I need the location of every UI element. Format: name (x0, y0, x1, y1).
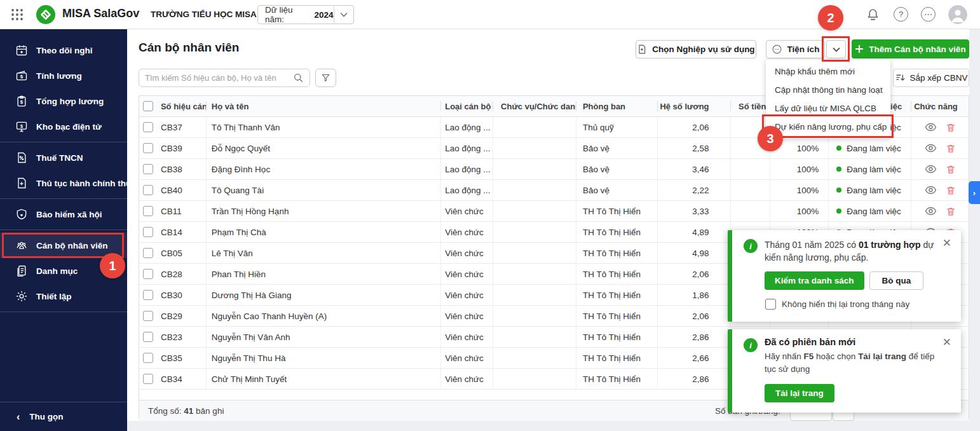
row-checkbox[interactable] (143, 206, 153, 216)
table-row[interactable]: CB38 Đặng Đình Học Lao động ... Bảo vệ 3… (139, 159, 969, 180)
sidebar-bottom: ‹ Thu gọn (0, 402, 127, 431)
more-options-icon[interactable]: ⋯ (921, 7, 936, 22)
table-row[interactable]: CB11 Trần Thị Hồng Hạnh Viên chức TH Tô … (139, 201, 969, 222)
add-employee-button[interactable]: Thêm Cán bộ nhân viên (852, 39, 969, 58)
row-checkbox[interactable] (143, 185, 153, 195)
svg-text:$: $ (20, 99, 24, 105)
cell-department: TH Tô Thị Hiển (576, 285, 658, 305)
sidebar-item-theo-doi-nghi[interactable]: Theo dõi nghỉ (0, 38, 127, 63)
utilities-button[interactable]: Tiện ích (766, 40, 825, 58)
delete-icon[interactable] (946, 164, 956, 175)
search-input[interactable] (145, 73, 293, 83)
view-icon[interactable] (925, 123, 937, 132)
row-checkbox[interactable] (143, 290, 153, 300)
select-all-checkbox[interactable] (143, 101, 153, 111)
sidebar-item-kho-bac-dien-tu[interactable]: $ Kho bạc điện tử (0, 114, 127, 139)
column-header-role[interactable]: Chức vụ/Chức danh (493, 101, 576, 111)
close-icon[interactable]: ✕ (943, 337, 951, 348)
cell-role (493, 243, 576, 263)
cell-salary-coefficient: 2,58 (658, 138, 731, 158)
filter-button[interactable] (315, 69, 336, 87)
cell-status: Đang làm việc (829, 159, 911, 179)
menu-item-lay-du-lieu-qlcb[interactable]: Lấy dữ liệu từ MISA QLCB (766, 99, 890, 118)
row-checkbox[interactable] (143, 269, 153, 279)
utilities-caret-button[interactable] (826, 40, 846, 58)
menu-item-cap-nhat-hang-loat[interactable]: Cập nhật thông tin hàng loạt (766, 81, 890, 99)
check-list-button[interactable]: Kiểm tra danh sách (765, 271, 864, 290)
sidebar: Theo dõi nghỉ $ Tính lương $ Tổng hợp lư… (0, 29, 127, 431)
row-checkbox[interactable] (143, 227, 153, 237)
delete-icon[interactable] (946, 143, 956, 154)
cell-role (493, 369, 576, 389)
row-checkbox[interactable] (143, 122, 153, 132)
cell-employee-type: Lao động ... (441, 180, 493, 200)
column-header-name[interactable]: Họ và tên (207, 101, 441, 111)
view-icon[interactable] (925, 207, 937, 216)
table-row[interactable]: CB40 Tô Quang Tài Lao động ... Bảo vệ 2,… (139, 180, 969, 201)
menu-item-nhap-khau-them-moi[interactable]: Nhập khẩu thêm mới (766, 62, 890, 81)
notification-bell-icon[interactable] (866, 8, 880, 24)
delete-icon[interactable] (946, 206, 956, 217)
row-checkbox[interactable] (143, 311, 153, 321)
close-icon[interactable]: ✕ (943, 238, 951, 249)
column-header-type[interactable]: Loại cán bộ (441, 101, 493, 111)
cell-employee-name: Nguyễn Thị Thu Hà (207, 348, 441, 368)
sidebar-divider (0, 311, 127, 312)
sidebar-item-tinh-luong[interactable]: $ Tính lương (0, 63, 127, 88)
data-year-select[interactable]: Dữ liệu năm: 2024 (257, 5, 354, 24)
cell-role (493, 201, 576, 221)
info-icon: i (743, 338, 758, 355)
cell-role (493, 348, 576, 368)
cell-role (493, 222, 576, 242)
avatar[interactable] (948, 5, 967, 24)
table-row[interactable]: CB39 Đỗ Ngọc Quyết Lao động ... Bảo vệ 2… (139, 138, 969, 159)
cell-employee-type: Lao động ... (441, 117, 493, 137)
search-icon[interactable] (293, 72, 304, 83)
app-grid-icon[interactable] (10, 8, 24, 24)
row-checkbox[interactable] (143, 248, 153, 258)
plus-icon (855, 44, 864, 53)
delete-icon[interactable] (946, 122, 956, 133)
status-dot-icon (836, 146, 841, 151)
sidebar-item-tong-hop-luong[interactable]: $ Tổng hợp lương (0, 88, 127, 114)
cell-status: Đang làm việc (829, 201, 911, 221)
cell-salary-coefficient: 1,86 (658, 285, 731, 305)
expand-panel-button[interactable]: › (969, 181, 980, 204)
menu-item-du-kien-nang-luong[interactable]: Dự kiến nâng lương, phụ cấp (766, 118, 890, 136)
view-icon[interactable] (925, 186, 937, 195)
cell-employee-id: CB40 (157, 180, 207, 200)
sidebar-item-label: Tính lương (36, 71, 82, 81)
status-label: Đang làm việc (847, 186, 901, 195)
row-checkbox[interactable] (143, 374, 153, 384)
sidebar-item-bao-hiem-xa-hoi[interactable]: Bảo hiểm xã hội (0, 202, 127, 227)
cell-salary-coefficient: 2,22 (658, 180, 731, 200)
sidebar-item-thue-tncn[interactable]: Thuế TNCN (0, 145, 127, 170)
cell-employee-id: CB39 (157, 138, 207, 158)
row-checkbox[interactable] (143, 353, 153, 363)
cell-employee-type: Lao động ... (441, 138, 493, 158)
info-icon: i (743, 238, 758, 256)
skip-button[interactable]: Bỏ qua (869, 271, 924, 290)
page-title: Cán bộ nhân viên (139, 41, 239, 55)
chevron-right-icon: › (973, 188, 976, 198)
sidebar-item-thiet-lap[interactable]: Thiết lập (0, 284, 127, 309)
sidebar-collapse-button[interactable]: ‹ Thu gọn (0, 402, 127, 431)
sort-cbnv-button[interactable]: Sắp xếp CBNV (893, 69, 969, 87)
sidebar-item-thu-tuc-hanh-chinh-thue[interactable]: Thủ tục hành chính thuế (0, 170, 127, 196)
reload-page-button[interactable]: Tải lại trang (765, 384, 834, 402)
dont-show-checkbox[interactable] (765, 299, 776, 310)
delete-icon[interactable] (946, 185, 956, 196)
row-checkbox[interactable] (143, 332, 153, 342)
column-header-coef[interactable]: Hệ số lương (658, 101, 731, 111)
column-header-dept[interactable]: Phòng ban (576, 101, 658, 111)
row-checkbox[interactable] (143, 143, 153, 153)
view-icon[interactable] (925, 144, 937, 153)
view-icon[interactable] (925, 165, 937, 174)
cell-role (493, 180, 576, 200)
column-header-amount[interactable]: Số tiền (731, 101, 771, 111)
column-header-id[interactable]: Số hiệu cán bộ (157, 101, 207, 111)
row-checkbox[interactable] (143, 164, 153, 174)
sidebar-item-label: Kho bạc điện tử (36, 122, 102, 132)
choose-business-button[interactable]: Chọn Nghiệp vụ sử dụng (636, 40, 756, 58)
help-icon[interactable]: ? (894, 7, 908, 22)
